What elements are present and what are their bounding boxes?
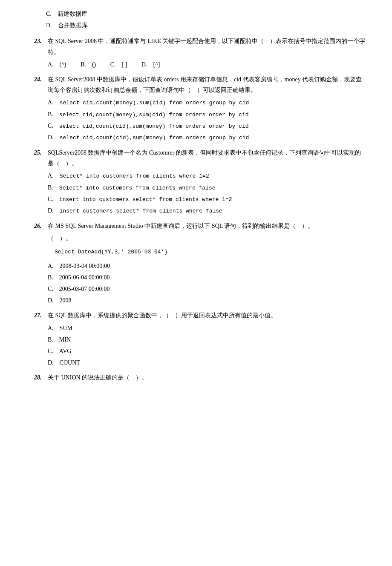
q26-opt-c: C. 2005-03-07 00:00:00 xyxy=(48,284,366,294)
prev-option-d: D. 合并数据库 xyxy=(34,20,366,31)
q26-options: A. 2008-03-04 00:00:00 B. 2005-06-04 00:… xyxy=(48,261,366,306)
q24-num: 24. xyxy=(34,74,46,95)
q27-opt-c: C. AVG xyxy=(48,346,366,356)
q28-num: 28. xyxy=(34,372,46,383)
q26-opt-a: A. 2008-03-04 00:00:00 xyxy=(48,261,366,271)
q24-opt-c: C. select cid,count(cid),sum(money) from… xyxy=(48,121,366,131)
q25-num: 25. xyxy=(34,147,46,169)
q26-num: 26. xyxy=(34,221,46,231)
question-25: 25. SQLServer2008 数据库中创建一个名为 Customres 的… xyxy=(34,147,366,216)
q26-opt-b: B. 2005-06-04 00:00:00 xyxy=(48,272,366,283)
q26-code: Select DateAdd(YY,3,' 2005-03-04') xyxy=(55,246,366,257)
q23-opt-d: D. [^] xyxy=(141,61,160,68)
q27-options: A. SUM B. MIN C. AVG D. COUNT xyxy=(48,323,366,368)
q25-opt-d: D. insert customers select* from clients… xyxy=(48,205,366,216)
q26-text: 在 MS SQL Server Management Studio 中新建查询后… xyxy=(48,221,314,231)
q27-opt-a: A. SUM xyxy=(48,323,366,333)
q23-options: A. (^) B. () C. [ ] D. [^] xyxy=(48,59,366,70)
q23-text: 在 SQL Server 2008 中，通配符通常与 LIKE 关键字一起配合使… xyxy=(48,36,366,57)
q27-opt-b: B. MIN xyxy=(48,334,366,345)
q26-opt-d: D. 2008 xyxy=(48,295,366,306)
q23-num: 23. xyxy=(34,36,46,57)
q25-opt-c: C. insert into customers select* from cl… xyxy=(48,194,366,204)
q27-opt-d: D. COUNT xyxy=(48,357,366,368)
question-24: 24. 在 SQL Server2008 中数据库中，假设订单表 orders … xyxy=(34,74,366,143)
q25-options: A. Select* into customers from clients w… xyxy=(48,170,366,216)
q24-text: 在 SQL Server2008 中数据库中，假设订单表 orders 用来存储… xyxy=(48,74,366,95)
q23-opt-a: A. (^) xyxy=(48,61,66,68)
q28-text: 关于 UNION 的说法正确的是（ ）。 xyxy=(48,372,147,383)
question-28: 28. 关于 UNION 的说法正确的是（ ）。 xyxy=(34,372,366,383)
q25-opt-a: A. Select* into customers from clients w… xyxy=(48,170,366,181)
q23-opt-c: C. [ ] xyxy=(110,61,127,68)
q23-opt-b: B. () xyxy=(81,61,96,68)
question-26: 26. 在 MS SQL Server Management Studio 中新… xyxy=(34,221,366,306)
question-27: 27. 在 SQL 数据库中，系统提供的聚合函数中，（ ）用于返回表达式中所有值… xyxy=(34,310,366,368)
q24-opt-b: B. select cid,count(money),sum(cid) from… xyxy=(48,109,366,120)
page-content: C. 新建数据库 D. 合并数据库 23. 在 SQL Server 2008 … xyxy=(34,9,366,383)
q24-options: A. select cid,count(money),sum(cid) from… xyxy=(48,97,366,143)
q27-text: 在 SQL 数据库中，系统提供的聚合函数中，（ ）用于返回表达式中所有值的最小值… xyxy=(48,310,277,321)
prev-option-c: C. 新建数据库 xyxy=(34,9,366,19)
q24-opt-d: D. select cid,count(cid),sum(money) from… xyxy=(48,132,366,143)
question-23: 23. 在 SQL Server 2008 中，通配符通常与 LIKE 关键字一… xyxy=(34,36,366,70)
q26-subtext: （ ）。 xyxy=(48,233,366,244)
q27-num: 27. xyxy=(34,310,46,321)
q25-text: SQLServer2008 数据库中创建一个名为 Customres 的新表，但… xyxy=(48,147,366,169)
q24-opt-a: A. select cid,count(money),sum(cid) from… xyxy=(48,97,366,108)
q25-opt-b: B. Select* into customers from clients w… xyxy=(48,182,366,193)
